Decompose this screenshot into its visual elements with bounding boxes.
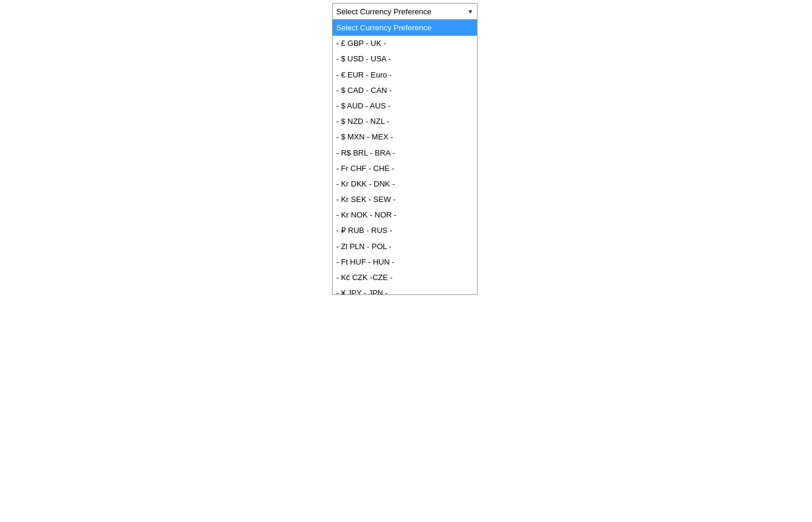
dropdown-item[interactable]: Select Currency Preference: [333, 20, 478, 36]
dropdown-item[interactable]: - Zl PLN - POL -: [333, 239, 478, 254]
dropdown-arrow-icon: ▼: [467, 8, 473, 15]
select-button-label: Select Currency Preference: [336, 7, 432, 16]
dropdown-item[interactable]: - $ MXN - MEX -: [333, 129, 478, 145]
dropdown-item[interactable]: - € EUR - Euro -: [333, 67, 478, 83]
dropdown-list[interactable]: Select Currency Preference- £ GBP - UK -…: [333, 20, 478, 294]
dropdown-list-container: Select Currency Preference- £ GBP - UK -…: [332, 20, 478, 295]
dropdown-item[interactable]: - £ GBP - UK -: [333, 36, 478, 51]
dropdown-item[interactable]: - Fr CHF - CHE -: [333, 161, 478, 176]
dropdown-item[interactable]: - Kč CZK -CZE -: [333, 270, 478, 285]
dropdown-item[interactable]: - Kr SEK - SEW -: [333, 192, 478, 207]
currency-dropdown-wrapper: Select Currency Preference ▼ Select Curr…: [332, 3, 478, 20]
dropdown-item[interactable]: - Ft HUF - HUN -: [333, 254, 478, 270]
dropdown-item[interactable]: - ₽ RUB - RUS -: [333, 223, 478, 238]
dropdown-item[interactable]: - ¥ JPY - JPN -: [333, 285, 478, 294]
dropdown-item[interactable]: - $ USD - USA -: [333, 51, 478, 67]
dropdown-item[interactable]: - Kr NOK - NOR -: [333, 207, 478, 223]
dropdown-item[interactable]: - Kr DKK - DNK -: [333, 176, 478, 192]
currency-select-button[interactable]: Select Currency Preference ▼: [332, 3, 478, 20]
page-container: Select Currency Preference ▼ Select Curr…: [0, 0, 812, 522]
dropdown-item[interactable]: - R$ BRL - BRA -: [333, 145, 478, 161]
dropdown-item[interactable]: - $ AUD - AUS -: [333, 98, 478, 114]
dropdown-item[interactable]: - $ NZD - NZL -: [333, 114, 478, 129]
dropdown-item[interactable]: - $ CAD - CAN -: [333, 83, 478, 98]
